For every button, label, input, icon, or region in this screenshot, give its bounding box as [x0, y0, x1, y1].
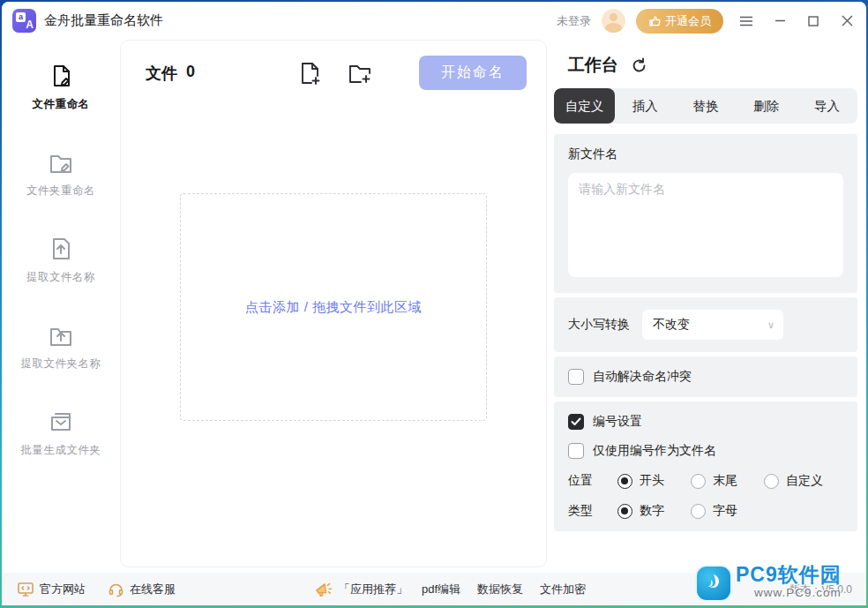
avatar-body	[605, 23, 622, 33]
sidebar-item-label: 文件重命名	[33, 97, 90, 112]
sidebar-item-extract-file-name[interactable]: 提取文件名称	[26, 236, 95, 285]
sidebar-item-folder-rename[interactable]: 文件夹重命名	[26, 149, 95, 199]
window-frame: a A 金舟批量重命名软件 未登录 开通会员	[0, 0, 868, 608]
chevron-down-icon: ∨	[767, 319, 774, 331]
only-number-label: 仅使用编号作为文件名	[593, 443, 716, 459]
sidebar-item-batch-generate-folders[interactable]: 批量生成文件夹	[21, 409, 101, 458]
new-name-input[interactable]	[568, 173, 843, 277]
promo-link-recovery[interactable]: 数据恢复	[477, 582, 523, 597]
case-select[interactable]: 不改变 ∨	[642, 310, 783, 340]
case-section: 大小写转换 不改变 ∨	[554, 297, 857, 352]
folder-rename-icon	[48, 149, 74, 176]
tab-replace[interactable]: 替换	[676, 88, 737, 124]
new-name-section: 新文件名	[554, 134, 857, 293]
online-support-link[interactable]: 在线客服	[108, 582, 176, 597]
content-area: 文件重命名 文件夹重命名 提取文件名称 提取文件夹名称	[2, 40, 866, 573]
sidebar: 文件重命名 文件夹重命名 提取文件名称 提取文件夹名称	[2, 40, 120, 573]
type-row: 类型 数字 字母	[568, 503, 843, 519]
radio-number	[617, 504, 632, 519]
sidebar-item-label: 文件夹重命名	[26, 184, 95, 199]
type-label: 类型	[568, 503, 617, 519]
pc9-url: www.PC9.com	[736, 587, 842, 599]
position-option-end[interactable]: 末尾	[691, 473, 737, 489]
type-option-letter[interactable]: 字母	[691, 503, 737, 519]
user-avatar[interactable]	[602, 9, 625, 33]
app-title: 金舟批量重命名软件	[44, 12, 163, 29]
add-folder-icon	[348, 62, 372, 85]
batch-generate-folders-icon	[48, 409, 74, 435]
tab-custom[interactable]: 自定义	[554, 88, 615, 124]
open-membership-button[interactable]: 开通会员	[636, 9, 723, 34]
files-count: 0	[186, 63, 195, 84]
app-window: a A 金舟批量重命名软件 未登录 开通会员	[2, 2, 866, 605]
tab-import[interactable]: 导入	[797, 88, 857, 124]
extract-folder-name-icon	[48, 322, 74, 349]
promo-link-encrypt[interactable]: 文件加密	[540, 582, 586, 597]
add-file-button[interactable]	[297, 60, 324, 86]
file-actions: 开始命名	[297, 56, 527, 90]
tab-delete[interactable]: 删除	[736, 88, 797, 124]
sidebar-item-label: 提取文件名称	[26, 270, 95, 285]
auto-resolve-section: 自动解决命名冲突	[554, 357, 857, 397]
refresh-icon[interactable]	[631, 57, 647, 74]
sidebar-item-label: 批量生成文件夹	[21, 443, 101, 458]
add-file-icon	[299, 61, 322, 86]
numbering-checkbox[interactable]	[568, 414, 584, 430]
online-support-label: 在线客服	[130, 582, 176, 597]
avatar-head	[610, 13, 617, 21]
headset-icon	[108, 582, 123, 597]
case-selected-value: 不改变	[653, 317, 690, 333]
auto-resolve-checkbox[interactable]	[568, 369, 584, 385]
position-row: 位置 开头 末尾 自定义	[568, 473, 843, 489]
radio-start	[617, 474, 632, 489]
files-label: 文件	[146, 63, 177, 84]
tab-insert[interactable]: 插入	[615, 88, 676, 124]
position-label: 位置	[568, 473, 617, 489]
files-title: 文件 0	[146, 63, 195, 84]
numbering-label: 编号设置	[593, 414, 642, 430]
pc9-name: PC9软件园	[736, 565, 842, 585]
thumb-up-icon	[648, 15, 661, 27]
promo-links: pdf编辑 数据恢复 文件加密	[422, 582, 586, 597]
titlebar-right: 未登录 开通会员	[557, 9, 854, 34]
menu-icon[interactable]	[739, 14, 753, 28]
case-label: 大小写转换	[568, 317, 630, 333]
only-number-checkbox[interactable]	[568, 443, 584, 459]
new-name-label: 新文件名	[568, 146, 843, 162]
file-rename-icon	[48, 63, 74, 89]
app-logo-a-big: A	[26, 19, 34, 31]
pc9-text: PC9软件园 www.PC9.com	[736, 565, 842, 599]
minimize-icon[interactable]	[773, 14, 787, 28]
start-rename-button[interactable]: 开始命名	[419, 56, 527, 90]
file-list-header: 文件 0 开始命名	[121, 41, 546, 90]
official-website-link[interactable]: 官方网站	[18, 582, 86, 597]
member-button-label: 开通会员	[665, 13, 711, 29]
file-list-panel: 文件 0 开始命名	[120, 40, 547, 567]
workbench-tabbar: 自定义 插入 替换 删除 导入	[554, 88, 857, 124]
sidebar-item-extract-folder-name[interactable]: 提取文件夹名称	[21, 322, 101, 372]
type-option-number[interactable]: 数字	[617, 503, 664, 519]
pc9-logo-icon	[695, 565, 732, 602]
close-icon[interactable]	[840, 14, 854, 28]
extract-file-name-icon	[48, 236, 74, 262]
megaphone-icon	[315, 581, 333, 597]
numbering-section: 编号设置 仅使用编号作为文件名 位置 开头 末尾	[554, 402, 857, 531]
sidebar-item-label: 提取文件夹名称	[21, 357, 101, 372]
maximize-icon[interactable]	[806, 14, 820, 28]
workbench-title: 工作台	[568, 54, 618, 77]
radio-end	[691, 474, 706, 489]
sidebar-item-file-rename[interactable]: 文件重命名	[33, 63, 90, 112]
position-option-start[interactable]: 开头	[617, 473, 664, 489]
add-folder-button[interactable]	[347, 60, 373, 86]
dropzone-hint: 点击添加 / 拖拽文件到此区域	[245, 299, 422, 316]
radio-custom	[764, 474, 779, 489]
monitor-icon	[18, 582, 34, 597]
app-recommend-label[interactable]: 「应用推荐」	[339, 582, 408, 597]
app-recommend: 「应用推荐」	[315, 581, 408, 597]
app-logo-icon: a A	[12, 9, 36, 33]
position-option-custom[interactable]: 自定义	[764, 473, 823, 489]
file-dropzone[interactable]: 点击添加 / 拖拽文件到此区域	[180, 193, 487, 421]
login-status[interactable]: 未登录	[557, 13, 591, 29]
titlebar: a A 金舟批量重命名软件 未登录 开通会员	[2, 2, 866, 40]
promo-link-pdf[interactable]: pdf编辑	[422, 582, 460, 597]
